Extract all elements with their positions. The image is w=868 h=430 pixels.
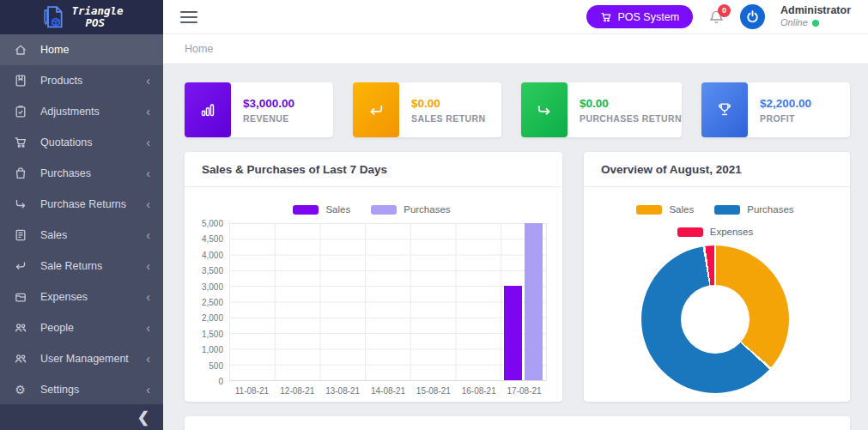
breadcrumb: Home xyxy=(163,34,868,64)
bar-chart-title: Sales & Purchases of Last 7 Days xyxy=(185,152,562,187)
chevron-left-icon: ‹ xyxy=(146,229,150,241)
y-axis-tick: 2,500 xyxy=(202,298,223,307)
x-axis-label: 12-08-21 xyxy=(275,386,320,396)
hamburger-icon[interactable] xyxy=(180,8,197,27)
notification-badge: 0 xyxy=(718,4,731,17)
legend-sales-label: Sales xyxy=(325,204,350,215)
overview-chart-card: Overview of August, 2021 Sales Purchases xyxy=(584,152,850,402)
bar-chart-plot xyxy=(229,223,547,381)
bar-graph-icon xyxy=(199,101,216,118)
sidebar-item-label: Adjustments xyxy=(40,106,146,118)
sidebar-item-sales[interactable]: Sales ‹ xyxy=(0,220,163,251)
user-name: Administrator xyxy=(780,4,851,18)
return-left-icon xyxy=(367,101,385,118)
chevron-left-icon: ‹ xyxy=(146,291,150,303)
main-area: POS System 0 Administrator Online xyxy=(163,0,868,430)
sidebar-item-settings[interactable]: ⚙ Settings ‹ xyxy=(0,374,163,405)
x-axis-label: 13-08-21 xyxy=(320,386,366,396)
purchases-return-label: PURCHASES RETURN xyxy=(580,113,682,124)
bar-chart: 5,0004,5004,0003,5003,0002,5002,0001,500… xyxy=(197,223,547,381)
profit-tile xyxy=(701,82,748,137)
x-axis-label: 16-08-21 xyxy=(456,386,501,396)
wallet-icon xyxy=(13,290,27,305)
bar-group xyxy=(319,223,365,380)
next-section-card xyxy=(185,416,850,430)
legend-purchases: Purchases xyxy=(371,204,450,215)
bar-group xyxy=(275,223,320,380)
sidebar-item-purchase-returns[interactable]: Purchase Returns ‹ xyxy=(0,189,163,220)
chevron-left-icon: ‹ xyxy=(146,322,150,334)
x-axis-label: 14-08-21 xyxy=(366,386,411,396)
sidebar-item-label: Purchase Returns xyxy=(40,198,146,210)
legend-sales-swatch xyxy=(293,205,319,215)
sidebar-item-label: Sales xyxy=(40,229,146,241)
sidebar-item-label: Expenses xyxy=(40,291,146,303)
people-icon xyxy=(13,321,27,336)
chevron-left-icon: ‹ xyxy=(146,106,150,118)
sidebar-item-people[interactable]: People ‹ xyxy=(0,312,163,343)
sidebar-item-quotations[interactable]: Quotations ‹ xyxy=(0,127,163,158)
sidebar-item-user-management[interactable]: User Management ‹ xyxy=(0,343,163,374)
x-axis-label: 15-08-21 xyxy=(410,386,456,396)
cart-icon xyxy=(13,136,27,150)
sidebar-item-sale-returns[interactable]: Sale Returns ‹ xyxy=(0,251,163,282)
bar-group xyxy=(365,223,410,380)
pos-system-button[interactable]: POS System xyxy=(586,5,694,28)
document-cube-icon xyxy=(39,4,65,30)
app-logo: Triangle POS xyxy=(0,0,163,34)
legend-purchases: Purchases xyxy=(714,204,793,215)
donut-chart xyxy=(596,242,835,402)
sidebar-item-products[interactable]: Products ‹ xyxy=(0,65,163,96)
chevron-left-icon: ‹ xyxy=(146,167,150,179)
legend-expenses-label: Expenses xyxy=(710,227,754,237)
donut-ring xyxy=(641,245,789,393)
bar-group xyxy=(501,223,546,380)
dashboard-content: $3,000.00 REVENUE $0.00 SALES RETURN xyxy=(163,64,868,430)
bar-group xyxy=(229,223,275,380)
breadcrumb-home-link[interactable]: Home xyxy=(185,43,213,55)
sidebar-item-adjustments[interactable]: Adjustments ‹ xyxy=(0,96,163,127)
legend-expenses: Expenses xyxy=(677,227,754,237)
cart-icon xyxy=(600,11,612,23)
sidebar-item-home[interactable]: Home xyxy=(0,34,163,65)
sidebar-item-label: Products xyxy=(40,75,146,87)
sidebar-collapse-button[interactable]: ❮ xyxy=(137,410,149,425)
pos-system-label: POS System xyxy=(618,11,680,23)
chevron-left-icon: ‹ xyxy=(146,353,150,365)
notifications-button[interactable]: 0 xyxy=(708,9,725,25)
sidebar-nav: Home Products ‹ Adjustments ‹ Quotations… xyxy=(0,34,163,405)
power-icon xyxy=(745,9,760,24)
y-axis-tick: 2,000 xyxy=(202,313,223,323)
user-avatar[interactable] xyxy=(740,4,765,29)
y-axis-tick: 4,500 xyxy=(202,234,223,244)
y-axis-tick: 5,000 xyxy=(202,219,223,228)
sales-return-amount: $0.00 xyxy=(411,97,485,110)
profit-label: PROFIT xyxy=(760,113,811,124)
x-axis-label: 11-08-21 xyxy=(229,386,275,396)
sidebar-item-expenses[interactable]: Expenses ‹ xyxy=(0,282,163,312)
stats-row: $3,000.00 REVENUE $0.00 SALES RETURN xyxy=(185,82,850,137)
legend-sales: Sales xyxy=(636,204,694,215)
sidebar-item-label: People xyxy=(40,322,146,334)
chevron-left-icon: ‹ xyxy=(146,136,150,148)
sidebar-item-label: Sale Returns xyxy=(40,260,146,272)
profit-amount: $2,200.00 xyxy=(760,97,811,110)
sales-return-label: SALES RETURN xyxy=(411,113,485,124)
trophy-icon xyxy=(716,101,733,118)
purchases-return-amount: $0.00 xyxy=(580,97,682,110)
sidebar-item-label: Purchases xyxy=(40,167,146,179)
y-axis-tick: 3,500 xyxy=(202,266,223,276)
user-info: Administrator Online xyxy=(780,4,851,29)
bar-group xyxy=(456,223,501,380)
user-status-label: Online xyxy=(780,17,808,29)
clipboard-check-icon xyxy=(13,105,27,119)
people-icon xyxy=(13,352,27,366)
y-axis-tick: 3,000 xyxy=(202,282,223,291)
sidebar-item-label: Settings xyxy=(40,384,146,396)
revenue-tile xyxy=(185,82,231,137)
y-axis-tick: 1,500 xyxy=(202,329,223,338)
y-axis-tick: 0 xyxy=(218,377,223,386)
online-status-dot xyxy=(812,20,819,27)
sidebar-item-purchases[interactable]: Purchases ‹ xyxy=(0,158,163,189)
corner-down-right-icon xyxy=(13,197,27,212)
